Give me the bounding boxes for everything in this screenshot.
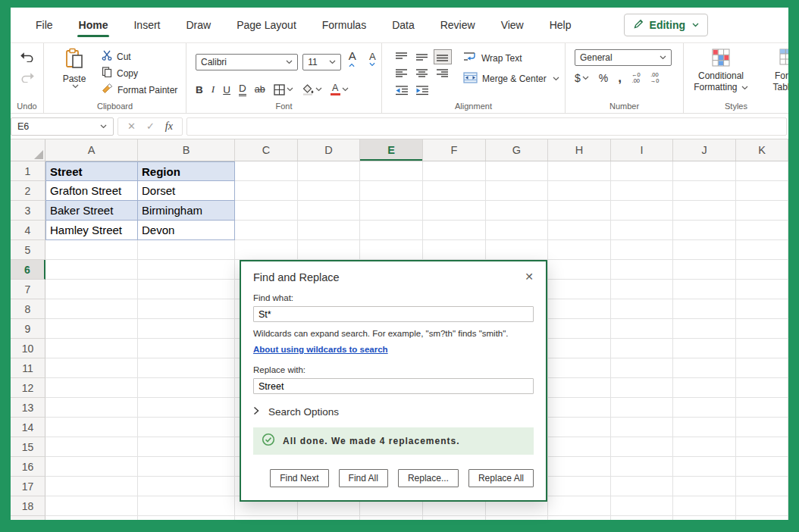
row-header-8[interactable]: 8 <box>11 299 45 319</box>
cell-H10[interactable] <box>548 339 611 358</box>
cell-H13[interactable] <box>548 398 611 418</box>
cell-A5[interactable] <box>45 240 138 260</box>
tab-file[interactable]: File <box>23 8 66 42</box>
middle-align-button[interactable] <box>413 49 431 64</box>
cell-E4[interactable] <box>360 221 423 240</box>
cell-I12[interactable] <box>611 378 673 398</box>
cell-H1[interactable] <box>548 161 611 181</box>
decrease-decimal-button[interactable]: .00→0 <box>650 72 660 84</box>
align-right-button[interactable] <box>434 66 452 81</box>
cell-K15[interactable] <box>736 437 788 457</box>
cell-K8[interactable] <box>736 299 788 319</box>
top-align-button[interactable] <box>393 49 411 64</box>
increase-indent-button[interactable] <box>413 83 431 98</box>
cell-E5[interactable] <box>360 240 423 260</box>
cell-J5[interactable] <box>673 240 736 260</box>
cell-I14[interactable] <box>611 418 673 437</box>
cell-G1[interactable] <box>486 161 548 181</box>
cell-A19[interactable] <box>45 516 138 520</box>
cell-A17[interactable] <box>45 477 138 496</box>
cell-I8[interactable] <box>611 299 673 319</box>
cell-I7[interactable] <box>611 280 673 299</box>
cell-I10[interactable] <box>611 339 673 358</box>
column-header-A[interactable]: A <box>45 139 138 161</box>
cell-K12[interactable] <box>736 378 788 398</box>
cell-E19[interactable] <box>360 516 423 520</box>
cell-H7[interactable] <box>548 280 611 299</box>
cell-J4[interactable] <box>673 221 736 240</box>
cell-A3[interactable]: Baker Street <box>45 201 138 221</box>
tab-home[interactable]: Home <box>66 8 121 42</box>
row-header-5[interactable]: 5 <box>11 240 45 260</box>
cell-I17[interactable] <box>611 477 673 496</box>
cell-A12[interactable] <box>45 378 138 398</box>
cell-H2[interactable] <box>548 181 611 201</box>
cell-D2[interactable] <box>298 181 360 201</box>
tab-draw[interactable]: Draw <box>173 8 224 42</box>
cell-I4[interactable] <box>611 221 673 240</box>
percent-style-button[interactable]: % <box>599 72 608 84</box>
cell-K11[interactable] <box>736 358 788 378</box>
cell-B12[interactable] <box>138 378 235 398</box>
select-all-corner[interactable] <box>11 139 45 161</box>
formula-input[interactable] <box>186 117 787 136</box>
cell-A16[interactable] <box>45 457 138 477</box>
cell-K17[interactable] <box>736 477 788 496</box>
tab-view[interactable]: View <box>488 8 537 42</box>
cell-H5[interactable] <box>548 240 611 260</box>
enter-icon[interactable]: ✓ <box>146 120 155 132</box>
decrease-font-size-button[interactable]: A <box>369 51 381 74</box>
wrap-text-button[interactable]: Wrap Text <box>463 51 559 65</box>
merge-center-button[interactable]: Merge & Center <box>463 72 559 86</box>
cell-D3[interactable] <box>298 201 360 221</box>
cell-A6[interactable] <box>45 260 138 280</box>
cell-I3[interactable] <box>611 201 673 221</box>
cell-B2[interactable]: Dorset <box>138 181 235 201</box>
cell-J12[interactable] <box>673 378 736 398</box>
cell-A18[interactable] <box>45 496 138 516</box>
borders-button[interactable] <box>274 84 293 95</box>
cell-C2[interactable] <box>235 181 298 201</box>
name-box[interactable]: E6 <box>11 117 114 136</box>
cell-A9[interactable] <box>45 319 138 339</box>
column-header-E[interactable]: E <box>360 139 423 161</box>
replace-button[interactable]: Replace... <box>398 469 459 487</box>
cell-K6[interactable] <box>736 260 788 280</box>
cell-B17[interactable] <box>138 477 235 496</box>
replace-with-input[interactable] <box>253 378 534 394</box>
row-header-10[interactable]: 10 <box>11 339 45 358</box>
cell-I19[interactable] <box>611 516 673 520</box>
row-header-2[interactable]: 2 <box>11 181 45 201</box>
cell-B11[interactable] <box>138 358 235 378</box>
cell-B18[interactable] <box>138 496 235 516</box>
cell-F5[interactable] <box>423 240 486 260</box>
cell-H15[interactable] <box>548 437 611 457</box>
cell-H8[interactable] <box>548 299 611 319</box>
row-header-6[interactable]: 6 <box>11 260 45 280</box>
undo-button[interactable] <box>20 51 35 65</box>
cell-A8[interactable] <box>45 299 138 319</box>
font-size-select[interactable]: 11 <box>302 54 341 70</box>
cell-K4[interactable] <box>736 221 788 240</box>
cell-F19[interactable] <box>423 516 486 520</box>
cell-B4[interactable]: Devon <box>138 221 235 240</box>
close-icon[interactable]: ✕ <box>525 271 534 282</box>
editing-mode-button[interactable]: Editing <box>624 14 708 36</box>
font-name-select[interactable]: Calibri <box>196 54 298 70</box>
cell-J16[interactable] <box>673 457 736 477</box>
column-header-G[interactable]: G <box>486 139 548 161</box>
row-header-12[interactable]: 12 <box>11 378 45 398</box>
cell-J3[interactable] <box>673 201 736 221</box>
tab-data[interactable]: Data <box>379 8 428 42</box>
cell-I5[interactable] <box>611 240 673 260</box>
cell-J8[interactable] <box>673 299 736 319</box>
font-color-button[interactable]: A <box>331 84 349 95</box>
search-options-expander[interactable]: Search Options <box>253 406 534 418</box>
cell-J18[interactable] <box>673 496 736 516</box>
tab-formulas[interactable]: Formulas <box>309 8 379 42</box>
cell-A4[interactable]: Hamley Street <box>45 221 138 240</box>
cell-J1[interactable] <box>673 161 736 181</box>
cell-F3[interactable] <box>423 201 486 221</box>
column-header-D[interactable]: D <box>298 139 360 161</box>
cell-K9[interactable] <box>736 319 788 339</box>
